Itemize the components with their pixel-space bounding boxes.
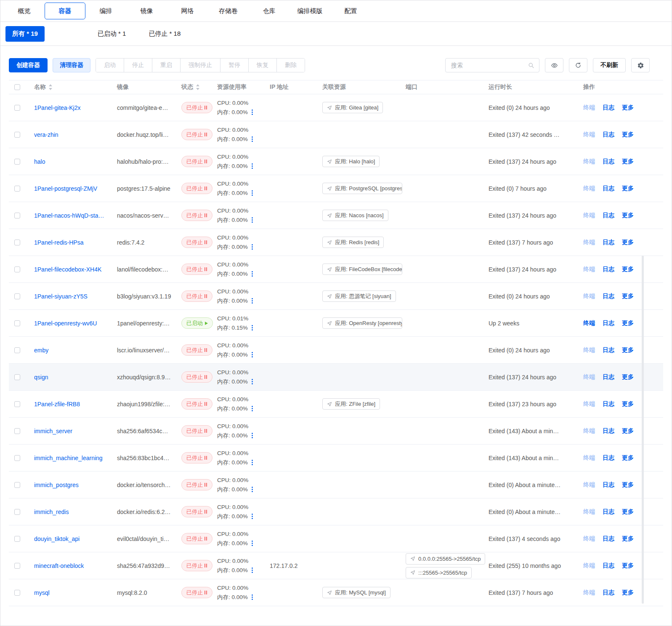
monitor-dots-icon[interactable] [251,378,254,385]
filter-all[interactable]: 所有 * 19 [5,26,45,42]
terminal-link[interactable]: 终端 [583,239,595,246]
app-tag[interactable]: 应用: Redis [redis] [322,237,384,248]
container-name-link[interactable]: 1Panel-openresty-wv6U [34,320,97,327]
monitor-dots-icon[interactable] [251,351,254,358]
monitor-dots-icon[interactable] [251,513,254,520]
logs-link[interactable]: 日志 [603,454,614,462]
monitor-dots-icon[interactable] [251,109,254,116]
container-name-link[interactable]: mysql [34,589,50,596]
header-name[interactable]: 名称 [26,83,117,91]
row-checkbox[interactable] [14,590,20,596]
container-name-link[interactable]: douyin_tiktok_api [34,535,80,542]
terminal-link[interactable]: 终端 [583,346,595,354]
monitor-dots-icon[interactable] [251,567,254,574]
nav-tab[interactable]: 容器 [45,3,85,19]
terminal-link[interactable]: 终端 [583,454,595,462]
row-checkbox[interactable] [14,240,20,245]
container-name-link[interactable]: 1Panel-filecodebox-XH4K [34,266,101,273]
port-tag[interactable]: 0.0.0.0:25565->25565/tcp [406,553,485,565]
logs-link[interactable]: 日志 [603,212,614,219]
batch-action-button[interactable]: 恢复 [249,59,277,72]
monitor-dots-icon[interactable] [251,486,254,493]
logs-link[interactable]: 日志 [603,104,614,112]
batch-action-button[interactable]: 启动 [96,59,124,72]
more-link[interactable]: 更多 [622,131,634,139]
app-tag[interactable]: 应用: Nacos [nacos] [322,210,388,221]
sort-icon[interactable] [196,84,200,91]
batch-action-button[interactable]: 暂停 [220,59,249,72]
nav-tab[interactable]: 概览 [4,3,45,19]
settings-button[interactable] [631,58,650,72]
terminal-link[interactable]: 终端 [583,131,595,139]
more-link[interactable]: 更多 [622,562,634,570]
logs-link[interactable]: 日志 [603,481,614,489]
logs-link[interactable]: 日志 [603,373,614,381]
more-link[interactable]: 更多 [622,373,634,381]
nav-tab[interactable]: 编排 [85,3,126,19]
sort-icon[interactable] [48,84,53,91]
logs-link[interactable]: 日志 [603,293,614,300]
row-checkbox[interactable] [14,428,20,434]
terminal-link[interactable]: 终端 [583,104,595,112]
batch-action-button[interactable]: 停止 [124,59,152,72]
container-name-link[interactable]: minecraft-oneblock [34,562,84,569]
row-checkbox[interactable] [14,401,20,407]
terminal-link[interactable]: 终端 [583,427,595,435]
app-tag[interactable]: 应用: ZFile [zfile] [322,398,380,410]
row-checkbox[interactable] [14,455,20,461]
app-tag[interactable]: 应用: Halo [halo] [322,156,380,167]
more-link[interactable]: 更多 [622,158,634,165]
monitor-dots-icon[interactable] [251,136,254,143]
terminal-link[interactable]: 终端 [583,400,595,408]
app-tag[interactable]: 应用: FileCodeBox [filecodebox] [322,264,402,275]
more-link[interactable]: 更多 [622,239,634,246]
search-input[interactable] [450,61,528,69]
logs-link[interactable]: 日志 [603,185,614,192]
batch-action-button[interactable]: 强制停止 [181,59,220,72]
monitor-dots-icon[interactable] [251,216,254,224]
row-checkbox[interactable] [14,509,20,515]
terminal-link[interactable]: 终端 [583,508,595,516]
clean-containers-button[interactable]: 清理容器 [53,58,90,72]
logs-link[interactable]: 日志 [603,266,614,273]
logs-link[interactable]: 日志 [603,427,614,435]
batch-action-button[interactable]: 删除 [277,59,305,72]
container-name-link[interactable]: immich_machine_learning [34,455,103,461]
container-name-link[interactable]: halo [34,158,45,165]
app-tag[interactable]: 应用: Gitea [gitea] [322,102,383,113]
logs-link[interactable]: 日志 [603,535,614,543]
port-tag[interactable]: :::25565->25565/tcp [406,567,472,578]
more-link[interactable]: 更多 [622,185,634,192]
monitor-dots-icon[interactable] [251,432,254,439]
logs-link[interactable]: 日志 [603,508,614,516]
container-name-link[interactable]: 1Panel-nacos-hWqD-sta… [34,212,104,219]
header-status[interactable]: 状态 [181,83,217,91]
filter-running[interactable]: 已启动 * 1 [91,26,133,42]
more-link[interactable]: 更多 [622,266,634,273]
more-link[interactable]: 更多 [622,212,634,219]
terminal-link[interactable]: 终端 [583,562,595,570]
container-name-link[interactable]: 1Panel-postgresql-ZMjV [34,185,97,192]
more-link[interactable]: 更多 [622,320,634,327]
app-tag[interactable]: 应用: PostgreSQL [postgresql] [322,183,402,194]
nav-tab[interactable]: 配置 [330,3,371,19]
monitor-dots-icon[interactable] [251,270,254,277]
nav-tab[interactable]: 镜像 [126,3,167,19]
nav-tab[interactable]: 网络 [167,3,208,19]
row-checkbox[interactable] [14,132,20,138]
terminal-link[interactable]: 终端 [583,158,595,165]
monitor-dots-icon[interactable] [251,162,254,170]
app-tag[interactable]: 应用: 思源笔记 [siyuan] [322,290,396,302]
more-link[interactable]: 更多 [622,346,634,354]
batch-action-button[interactable]: 重启 [152,59,181,72]
terminal-link[interactable]: 终端 [583,589,595,597]
terminal-link[interactable]: 终端 [583,212,595,219]
container-name-link[interactable]: 1Panel-gitea-Kj2x [34,104,81,111]
monitor-dots-icon[interactable] [251,297,254,304]
container-name-link[interactable]: 1Panel-redis-HPsa [34,239,84,246]
monitor-dots-icon[interactable] [251,324,254,331]
row-checkbox[interactable] [14,374,20,380]
logs-link[interactable]: 日志 [603,158,614,165]
filter-stopped[interactable]: 已停止 * 18 [142,26,187,42]
app-tag[interactable]: 应用: OpenResty [openresty] [322,317,402,329]
